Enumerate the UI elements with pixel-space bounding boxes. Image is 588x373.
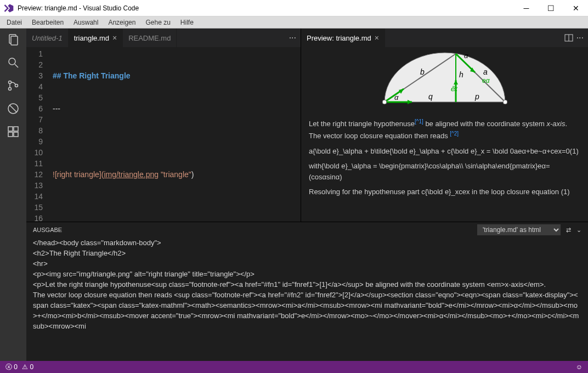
svg-text:ẽx: ẽx [450, 85, 458, 93]
output-panel: AUSGABE 'triangle.md' as html ⇄ ⌄ </head… [26, 222, 588, 361]
status-feedback-icon[interactable]: ☺ [576, 363, 583, 371]
tab-preview[interactable]: Preview: triangle.md× [301, 29, 385, 47]
status-errors[interactable]: ⓧ 0 [5, 363, 18, 372]
titlebar: Preview: triangle.md - Visual Studio Cod… [0, 0, 588, 16]
menu-goto[interactable]: Gehe zu [141, 18, 174, 27]
footnote-2[interactable]: [^2] [450, 131, 459, 137]
editor-tabs-left: Untitled-1 triangle.md× README.md ··· [26, 29, 301, 47]
menubar: Datei Bearbeiten Auswahl Anzeigen Gehe z… [0, 16, 588, 29]
svg-text:p: p [474, 92, 479, 101]
svg-text:b: b [420, 67, 425, 76]
minimize-button[interactable]: ─ [514, 0, 539, 16]
panel-title[interactable]: AUSGABE [33, 227, 62, 233]
svg-point-5 [9, 88, 12, 91]
close-icon[interactable]: × [112, 33, 117, 42]
svg-text:eα: eα [482, 77, 490, 84]
search-icon[interactable] [7, 56, 20, 69]
statusbar: ⓧ 0 ⚠ 0 ☺ [0, 361, 588, 373]
svg-rect-11 [8, 132, 13, 137]
menu-selection[interactable]: Auswahl [69, 18, 103, 27]
debug-icon[interactable] [7, 102, 20, 115]
svg-text:a: a [483, 67, 488, 76]
svg-point-2 [9, 58, 15, 65]
tab-readme[interactable]: README.md [123, 29, 177, 47]
explorer-icon[interactable] [7, 33, 20, 46]
more-icon[interactable]: ··· [576, 33, 584, 43]
code-editor[interactable]: 12345678910111213141516 ## The Right Tri… [26, 47, 301, 222]
svg-text:α: α [464, 52, 468, 60]
menu-help[interactable]: Hilfe [176, 18, 198, 27]
menu-file[interactable]: Datei [2, 18, 26, 27]
svg-point-28 [503, 100, 507, 104]
status-warnings[interactable]: ⚠ 0 [22, 363, 33, 371]
footnote-1[interactable]: [^1] [415, 118, 423, 125]
source-control-icon[interactable] [7, 79, 20, 92]
svg-rect-1 [11, 36, 18, 45]
svg-text:q: q [428, 92, 433, 101]
code-lines[interactable]: ## The Right Triangle --- ![right triang… [53, 48, 301, 222]
toggle-panel-icon[interactable]: ⌄ [576, 227, 581, 234]
close-icon[interactable]: × [375, 33, 379, 42]
svg-rect-12 [14, 132, 18, 137]
menu-view[interactable]: Anzeigen [104, 18, 140, 27]
menu-edit[interactable]: Bearbeiten [27, 18, 68, 27]
tab-triangle[interactable]: triangle.md× [69, 29, 123, 47]
split-editor-icon[interactable] [564, 33, 573, 42]
clear-output-icon[interactable]: ⇄ [566, 227, 571, 234]
output-channel-select[interactable]: 'triangle.md' as html [477, 224, 561, 235]
svg-text:h: h [459, 70, 463, 79]
svg-rect-9 [8, 127, 13, 131]
svg-line-3 [15, 64, 18, 67]
svg-point-6 [15, 84, 18, 87]
svg-text:α: α [394, 93, 399, 101]
vs-logo-icon [3, 3, 14, 14]
line-numbers: 12345678910111213141516 [26, 48, 53, 222]
editor-tabs-right: Preview: triangle.md× ··· [301, 29, 588, 47]
svg-rect-10 [14, 127, 18, 131]
svg-point-4 [9, 81, 12, 84]
triangle-diagram: b a h q p α α ẽx eα [374, 47, 516, 113]
maximize-button[interactable]: ☐ [539, 0, 563, 16]
window-title: Preview: triangle.md - Visual Studio Cod… [18, 4, 514, 12]
close-button[interactable]: ✕ [563, 0, 588, 16]
tab-untitled[interactable]: Untitled-1 [26, 29, 69, 47]
output-content[interactable]: </head><body class="markdown-body"> <h2>… [26, 238, 588, 361]
extensions-icon[interactable] [7, 125, 20, 138]
svg-point-27 [382, 100, 387, 104]
markdown-preview[interactable]: b a h q p α α ẽx eα Let the right triang… [301, 47, 588, 222]
svg-line-8 [10, 105, 16, 112]
activitybar [0, 29, 26, 361]
more-icon[interactable]: ··· [289, 33, 296, 43]
